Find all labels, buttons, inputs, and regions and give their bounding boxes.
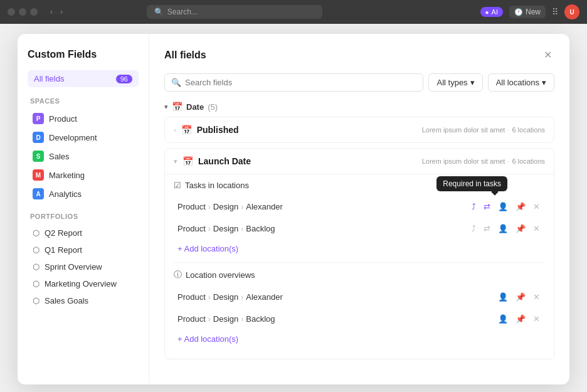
remove-icon-2[interactable]: ✕ (532, 223, 541, 235)
external-link-icon-2[interactable]: ⤴ (470, 223, 477, 235)
maximize-dot[interactable] (30, 8, 38, 16)
search-label: Search... (167, 8, 198, 16)
portfolios-section-label: Portfolios (28, 213, 139, 220)
user-icon-1[interactable]: 👤 (497, 201, 509, 213)
ov-path-sep-2b: › (241, 315, 243, 324)
ov-remove-icon-2[interactable]: ✕ (532, 313, 541, 325)
ov-pin-icon-2[interactable]: 📌 (514, 313, 527, 325)
search-row: 🔍 All types ▾ All locations ▾ (164, 73, 554, 92)
task-location-actions-1: ⤴ ⇄ 👤 📌 ✕ (470, 201, 541, 213)
ov-path-product-1: Product (177, 292, 206, 302)
overviews-divider: ⓘ Location overviews Product › Design › … (174, 262, 545, 347)
sidebar-item-marketing[interactable]: M Marketing (28, 166, 139, 184)
external-link-icon-1[interactable]: ⤴ (470, 201, 477, 213)
portfolio-icon-sales: ⬡ (33, 296, 40, 305)
forward-arrow[interactable]: › (58, 6, 65, 18)
field-name-published: Published (197, 125, 239, 135)
sidebar-item-product[interactable]: P Product (28, 110, 139, 127)
task-location-row-1: Required in tasks Product › Design › Ale… (174, 196, 545, 217)
field-card-launch-date-header[interactable]: ▾ 📅 Launch Date Lorem ipsum dolor sit am… (165, 149, 554, 174)
field-card-launch-date: ▾ 📅 Launch Date Lorem ipsum dolor sit am… (164, 148, 554, 359)
product-icon: P (33, 113, 44, 124)
ov-remove-icon-1[interactable]: ✕ (532, 291, 541, 303)
ov-user-icon-1[interactable]: 👤 (497, 291, 509, 303)
pin-icon-2[interactable]: 📌 (514, 223, 527, 235)
user-icon-2[interactable]: 👤 (497, 223, 509, 235)
field-meta-launch: Lorem ipsum dolor sit amet · 6 locations (422, 157, 545, 165)
sync-icon-1[interactable]: ⇄ (482, 201, 492, 213)
path-sep-2a: › (208, 225, 211, 233)
ai-badge[interactable]: ● AI (480, 7, 503, 17)
field-description-launch: Lorem ipsum dolor sit amet (422, 157, 505, 165)
portfolio-label-sprint: Sprint Overview (45, 262, 102, 272)
portfolios-section: Portfolios ⬡ Q2 Report ⬡ Q1 Report ⬡ Spr… (28, 213, 139, 309)
add-task-location-button[interactable]: + Add location(s) (174, 240, 242, 257)
search-input-wrap[interactable]: 🔍 (164, 73, 423, 92)
portfolio-label-q2: Q2 Report (45, 228, 82, 238)
ov-pin-icon-1[interactable]: 📌 (514, 291, 527, 303)
minimize-dot[interactable] (19, 8, 26, 16)
ov-user-icon-2[interactable]: 👤 (497, 313, 509, 325)
overview-location-actions-1: 👤 📌 ✕ (497, 291, 541, 303)
tasks-section-name: Tasks in locations (185, 181, 249, 190)
info-icon: ⓘ (174, 269, 182, 280)
product-label: Product (49, 114, 77, 124)
avatar[interactable]: U (564, 4, 579, 19)
field-card-published-header[interactable]: › 📅 Published Lorem ipsum dolor sit amet… (165, 117, 554, 142)
path-backlog-2: Backlog (246, 224, 275, 233)
portfolio-marketing-overview[interactable]: ⬡ Marketing Overview (28, 276, 139, 292)
window-controls (8, 8, 38, 16)
portfolio-sales-goals[interactable]: ⬡ Sales Goals (28, 293, 139, 309)
sidebar: Custom Fields All fields 96 Spaces P Pro… (18, 34, 149, 384)
filter-locations-button[interactable]: All locations ▾ (488, 73, 554, 92)
all-fields-item[interactable]: All fields 96 (28, 70, 139, 87)
overviews-section-header: ⓘ Location overviews (174, 269, 545, 280)
field-name-launch: Launch Date (198, 156, 251, 166)
portfolio-q1-report[interactable]: ⬡ Q1 Report (28, 242, 139, 258)
pin-icon-1[interactable]: 📌 (514, 201, 527, 213)
field-meta-published: Lorem ipsum dolor sit amet · 6 locations (422, 126, 545, 134)
ov-path-design-1: Design (213, 292, 238, 302)
sync-icon-2[interactable]: ⇄ (482, 223, 492, 235)
filter-types-button[interactable]: All types ▾ (428, 73, 482, 92)
titlebar-search[interactable]: 🔍 Search... (147, 5, 322, 19)
date-calendar-icon: 📅 (172, 102, 182, 112)
sidebar-item-development[interactable]: D Development (28, 129, 139, 146)
date-section-header[interactable]: ▾ 📅 Date (5) (164, 102, 554, 112)
nav-controls: ‹ › (48, 6, 65, 18)
field-description-published: Lorem ipsum dolor sit amet (422, 126, 505, 134)
grid-icon[interactable]: ⠿ (552, 7, 558, 17)
sales-label: Sales (49, 152, 70, 161)
overview-location-row-2: Product › Design › Backlog 👤 📌 ✕ (174, 309, 545, 329)
path-product-1: Product (177, 202, 206, 211)
close-button[interactable]: ✕ (541, 46, 554, 63)
portfolio-q2-report[interactable]: ⬡ Q2 Report (28, 225, 139, 241)
task-location-row-2: Product › Design › Backlog ⤴ ⇄ 👤 📌 (174, 218, 545, 239)
ai-label: AI (492, 8, 498, 16)
field-locations-published: 6 locations (512, 126, 545, 134)
date-section-label: Date (186, 102, 204, 112)
sidebar-item-sales[interactable]: S Sales (28, 147, 139, 165)
portfolio-sprint-overview[interactable]: ⬡ Sprint Overview (28, 259, 139, 275)
new-label: New (526, 8, 541, 16)
sidebar-item-analytics[interactable]: A Analytics (28, 185, 139, 203)
ov-path-alexander-1: Alexander (246, 292, 283, 302)
all-fields-count: 96 (116, 75, 132, 83)
back-arrow[interactable]: ‹ (48, 6, 55, 18)
task-location-path-2: Product › Design › Backlog (177, 224, 470, 233)
path-design-1: Design (213, 202, 238, 211)
close-dot[interactable] (8, 8, 15, 16)
filter-types-label: All types (436, 78, 467, 87)
modal-container: Custom Fields All fields 96 Spaces P Pro… (18, 34, 569, 384)
portfolio-label-mkt: Marketing Overview (45, 279, 117, 289)
remove-icon-1[interactable]: ✕ (532, 201, 541, 213)
expand-chevron-launch: ▾ (174, 157, 177, 166)
overviews-section-name: Location overviews (186, 270, 255, 280)
new-button[interactable]: 🕐 New (509, 6, 546, 18)
overview-location-path-2: Product › Design › Backlog (177, 314, 497, 324)
analytics-icon: A (33, 188, 44, 199)
portfolio-label-q1: Q1 Report (45, 245, 82, 255)
field-expanded-launch: ☑ Tasks in locations Required in tasks P… (165, 174, 554, 359)
search-input[interactable] (185, 78, 416, 87)
add-overview-location-button[interactable]: + Add location(s) (174, 331, 242, 347)
